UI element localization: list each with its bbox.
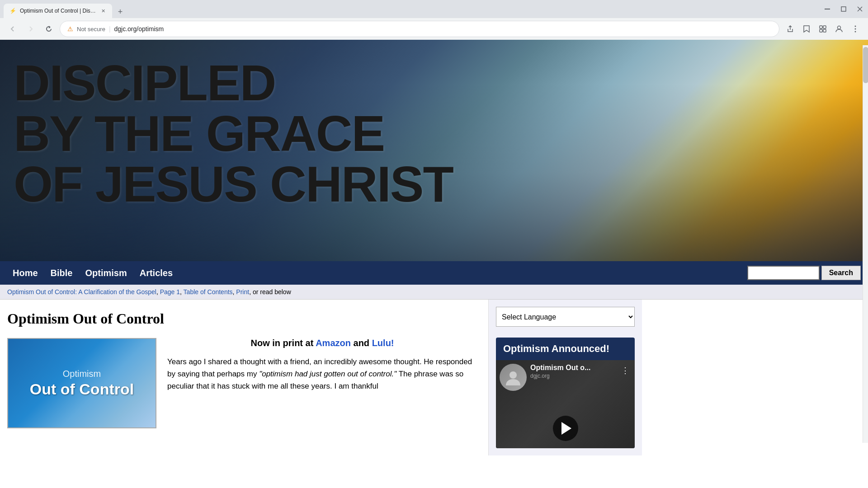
tab-title: Optimism Out of Control | Discip — [20, 8, 96, 14]
toolbar-actions — [783, 22, 863, 36]
svg-point-11 — [855, 28, 856, 30]
book-cover-title: Out of Control — [30, 381, 134, 398]
window-controls — [823, 5, 864, 14]
nav-optimism[interactable]: Optimism — [80, 264, 132, 282]
article-area: Optimism Out of Control Optimism Out of … — [0, 300, 488, 455]
svg-rect-7 — [820, 29, 822, 32]
lulu-link[interactable]: Lulu! — [372, 338, 394, 348]
page-content: DISCIPLED BY THE GRACE OF JESUS CHRIST H… — [0, 40, 868, 455]
language-select-wrapper: Select Language English Spanish French G… — [496, 307, 635, 327]
minimize-button[interactable] — [823, 5, 832, 14]
close-button[interactable] — [855, 5, 864, 14]
breadcrumb-book-link[interactable]: Optimism Out of Control: A Clarification… — [7, 288, 156, 296]
active-tab[interactable]: ⚡ Optimism Out of Control | Discip ✕ — [4, 4, 112, 18]
italic-phrase: "optimism had just gotten out of control… — [259, 370, 396, 378]
svg-rect-5 — [820, 26, 822, 28]
nav-bar: Home Bible Optimism Articles Search — [0, 261, 868, 285]
main-content: Optimism Out of Control Optimism Out of … — [0, 300, 868, 455]
address-bar[interactable]: ⚠ Not secure | dgjc.org/optimism — [60, 21, 779, 37]
article-body: Optimism Out of Control Now in print at … — [7, 338, 477, 428]
hero-banner: DISCIPLED BY THE GRACE OF JESUS CHRIST — [0, 40, 868, 261]
svg-point-12 — [855, 31, 856, 33]
reload-button[interactable] — [42, 22, 56, 36]
video-play-button[interactable] — [553, 416, 578, 441]
extensions-button[interactable] — [816, 22, 830, 36]
url-display[interactable]: dgjc.org/optimism — [114, 25, 164, 33]
breadcrumb-print-link[interactable]: Print — [236, 288, 249, 296]
menu-button[interactable] — [848, 22, 863, 36]
new-tab-button[interactable]: + — [114, 5, 127, 18]
article-body-text: Years ago I shared a thought with a frie… — [167, 356, 477, 393]
video-menu-button[interactable]: ⋮ — [619, 364, 631, 377]
search-input[interactable] — [747, 266, 820, 280]
svg-rect-0 — [825, 9, 830, 9]
bookmark-button[interactable] — [799, 22, 814, 36]
security-text: Not secure — [77, 26, 105, 33]
print-availability: Now in print at Amazon and Lulu! — [167, 338, 477, 348]
url-separator: | — [109, 25, 111, 33]
profile-button[interactable] — [832, 22, 846, 36]
nav-search-area: Search — [747, 266, 861, 280]
book-cover: Optimism Out of Control — [7, 338, 156, 428]
video-avatar — [500, 364, 527, 391]
browser-titlebar: ⚡ Optimism Out of Control | Discip ✕ + — [0, 0, 868, 18]
security-icon: ⚠ — [67, 25, 73, 33]
video-widget-title: Optimism Announced! — [496, 338, 635, 360]
tab-area: ⚡ Optimism Out of Control | Discip ✕ + — [4, 0, 127, 18]
language-select[interactable]: Select Language English Spanish French G… — [496, 307, 635, 327]
article-text-area: Now in print at Amazon and Lulu! Years a… — [167, 338, 477, 393]
nav-home[interactable]: Home — [7, 264, 43, 282]
svg-point-13 — [509, 371, 517, 379]
nav-bible[interactable]: Bible — [45, 264, 78, 282]
hero-title-line2: BY THE GRACE — [14, 108, 453, 159]
hero-text: DISCIPLED BY THE GRACE OF JESUS CHRIST — [0, 49, 467, 219]
hero-title-line1: DISCIPLED — [14, 58, 453, 108]
video-info: Optimism Out o... dgjc.org — [530, 364, 616, 379]
search-button[interactable]: Search — [821, 266, 861, 280]
amazon-link[interactable]: Amazon — [316, 338, 351, 348]
hero-title-line3: OF JESUS CHRIST — [14, 159, 453, 210]
video-site-label: dgjc.org — [530, 373, 616, 379]
svg-rect-1 — [841, 7, 846, 11]
breadcrumb-bar: Optimism Out of Control: A Clarification… — [0, 285, 868, 300]
nav-articles[interactable]: Articles — [134, 264, 178, 282]
video-title-text: Optimism Out o... — [530, 364, 616, 372]
nav-links: Home Bible Optimism Articles — [7, 264, 178, 282]
breadcrumb-page-link[interactable]: Page 1 — [160, 288, 180, 296]
svg-point-9 — [838, 26, 841, 29]
browser-toolbar: ⚠ Not secure | dgjc.org/optimism — [0, 18, 868, 40]
forward-button[interactable] — [24, 22, 38, 36]
maximize-button[interactable] — [839, 5, 848, 14]
video-widget: Optimism Announced! Optimism Out o... — [496, 338, 635, 448]
breadcrumb-suffix: , or read below — [249, 288, 291, 296]
svg-rect-8 — [823, 29, 826, 32]
breadcrumb-toc-link[interactable]: Table of Contents — [184, 288, 233, 296]
svg-rect-6 — [823, 26, 826, 28]
scrollbar[interactable] — [863, 45, 868, 443]
tab-close-button[interactable]: ✕ — [99, 7, 107, 14]
svg-point-10 — [855, 26, 856, 27]
svg-marker-4 — [49, 26, 51, 28]
sidebar: Select Language English Spanish French G… — [488, 300, 642, 455]
back-button[interactable] — [5, 22, 20, 36]
scrollbar-thumb[interactable] — [863, 47, 868, 83]
book-cover-line1: Optimism — [63, 368, 101, 379]
tab-favicon: ⚡ — [9, 7, 16, 14]
browser-chrome: ⚡ Optimism Out of Control | Discip ✕ + — [0, 0, 868, 40]
video-thumbnail[interactable]: Optimism Out o... dgjc.org ⋮ — [496, 360, 635, 448]
share-button[interactable] — [783, 22, 797, 36]
article-title: Optimism Out of Control — [7, 310, 477, 327]
